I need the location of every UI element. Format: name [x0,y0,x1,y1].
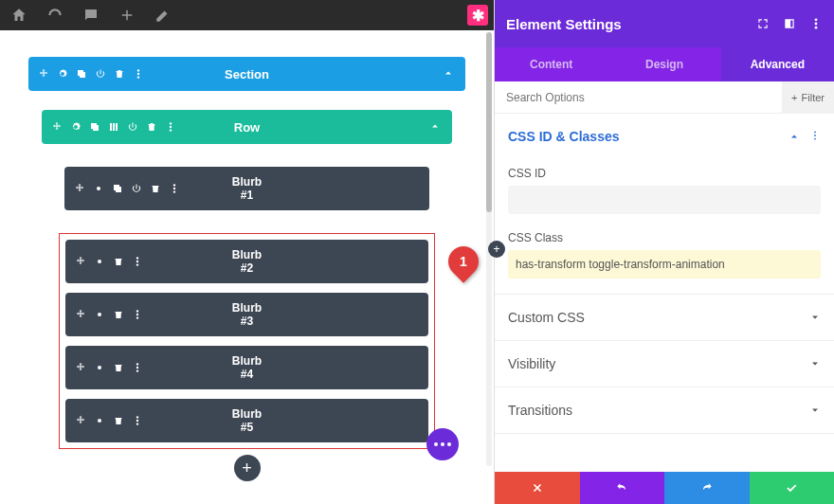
dashboard-icon[interactable] [45,6,64,25]
blurb-label: Blurb #1 [232,175,262,203]
brand-badge: ✱ [467,5,488,26]
tab-advanced[interactable]: Advanced [721,47,834,81]
row-label: Row [234,120,260,135]
acc-head-custom-css[interactable]: Custom CSS [495,295,834,340]
gear-icon[interactable] [93,183,104,194]
acc-css-id-classes: CSS ID & Classes CSS ID CSS Class [495,114,834,295]
trash-icon[interactable] [114,68,125,80]
add-module-button[interactable]: + [234,455,261,481]
svg-point-15 [136,363,138,365]
acc-head-visibility[interactable]: Visibility [495,341,834,387]
fab-menu-button[interactable] [426,428,459,460]
home-icon[interactable] [9,6,28,25]
section-bar[interactable]: Section [28,57,465,91]
blurb-item[interactable]: Blurb #3 [65,293,428,336]
svg-point-23 [815,27,818,29]
scrollbar-thumb[interactable] [486,32,492,212]
more-icon[interactable] [165,121,176,133]
row-tools [42,121,176,133]
duplicate-icon[interactable] [89,121,100,133]
gear-icon[interactable] [94,309,105,320]
trash-icon[interactable] [113,415,124,426]
acc-head-css[interactable]: CSS ID & Classes [495,114,834,159]
more-icon[interactable] [169,183,180,194]
svg-point-16 [136,367,138,369]
svg-point-20 [136,423,138,424]
svg-point-5 [170,129,172,131]
more-icon[interactable] [809,128,821,145]
move-icon[interactable] [75,415,86,426]
svg-point-24 [814,132,816,134]
gear-icon[interactable] [94,256,105,267]
duplicate-icon[interactable] [76,68,87,80]
duplicate-icon[interactable] [112,183,123,194]
move-icon[interactable] [75,309,86,320]
move-icon[interactable] [74,183,85,194]
blurb-item[interactable]: Blurb #1 [64,167,429,210]
blurb-item[interactable]: Blurb #2 [65,240,428,283]
move-icon[interactable] [75,362,86,373]
dock-icon[interactable] [783,17,796,30]
svg-point-4 [170,126,172,128]
blurb-label: Blurb #2 [232,248,262,276]
svg-point-6 [173,184,175,186]
collapse-icon[interactable] [429,118,441,135]
plus-icon[interactable] [118,6,136,25]
svg-point-2 [137,76,139,78]
columns-icon[interactable] [108,121,119,133]
gear-icon[interactable] [94,362,105,373]
svg-point-9 [136,257,138,259]
more-icon[interactable] [132,256,143,267]
trash-icon[interactable] [113,309,124,320]
tab-design[interactable]: Design [607,47,720,81]
redo-button[interactable] [664,472,750,504]
blurb-group-first: Blurb #1 [59,161,435,216]
css-class-input[interactable] [508,250,821,279]
blurb-item[interactable]: Blurb #5 [65,399,428,442]
save-button[interactable] [750,472,835,504]
power-icon[interactable] [95,68,106,80]
gear-icon[interactable] [70,121,82,133]
acc-custom-css: Custom CSS [495,295,834,341]
edit-icon[interactable] [154,6,172,25]
search-row: + Filter [495,81,834,114]
gear-icon[interactable] [94,415,105,426]
filter-button[interactable]: + Filter [782,81,834,114]
search-input[interactable] [495,91,782,104]
annotation-callout: 1 [448,246,479,277]
svg-point-11 [136,263,138,265]
trash-icon[interactable] [113,362,124,373]
more-icon[interactable] [809,17,823,30]
trash-icon[interactable] [113,256,124,267]
builder-canvas: ✱ Section [0,0,494,504]
power-icon[interactable] [131,183,142,194]
trash-icon[interactable] [150,183,161,194]
panel-drag-handle[interactable]: + [488,241,505,258]
expand-icon[interactable] [756,17,770,30]
more-icon[interactable] [132,309,143,320]
collapse-icon[interactable] [443,65,454,82]
move-icon[interactable] [51,121,63,133]
comment-icon[interactable] [82,6,100,25]
svg-point-12 [136,310,138,312]
cancel-button[interactable] [495,472,580,504]
trash-icon[interactable] [146,121,157,133]
acc-head-transitions[interactable]: Transitions [495,387,834,433]
power-icon[interactable] [127,121,138,133]
row-bar[interactable]: Row [42,110,452,144]
more-icon[interactable] [132,362,143,373]
undo-button[interactable] [580,472,665,504]
svg-point-25 [814,135,816,136]
more-icon[interactable] [132,415,143,426]
css-id-input[interactable] [508,186,821,214]
svg-point-26 [814,138,816,140]
move-icon[interactable] [75,256,86,267]
chevron-down-icon [809,358,821,369]
move-icon[interactable] [38,68,49,80]
blurb-item[interactable]: Blurb #4 [65,346,428,389]
more-icon[interactable] [133,68,144,80]
tab-content[interactable]: Content [495,47,607,81]
svg-point-1 [137,73,139,75]
svg-point-7 [173,188,175,189]
gear-icon[interactable] [57,68,68,80]
